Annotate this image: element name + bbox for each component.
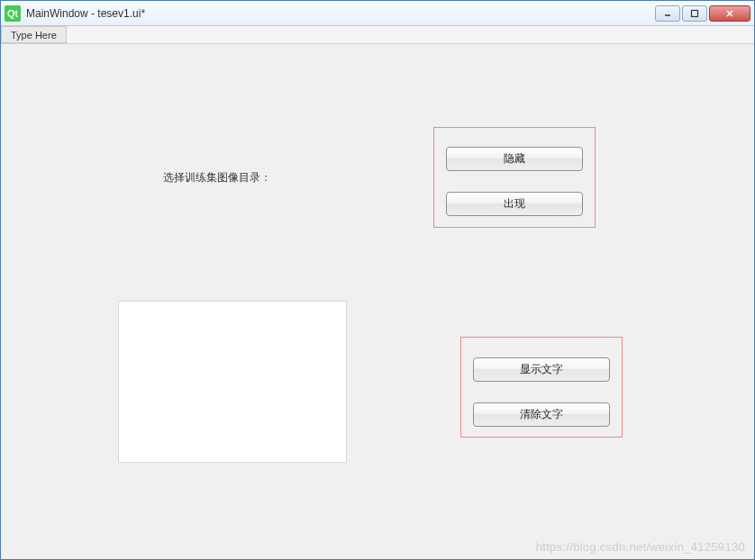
main-window: Qt MainWindow - tesev1.ui* Type Here 选择训… bbox=[0, 0, 755, 560]
menubar: Type Here bbox=[1, 26, 754, 44]
minimize-button[interactable] bbox=[655, 5, 680, 22]
window-controls bbox=[655, 5, 750, 22]
close-button[interactable] bbox=[709, 5, 750, 22]
hide-button[interactable]: 隐藏 bbox=[446, 147, 583, 171]
text-display-panel[interactable] bbox=[118, 301, 347, 463]
svg-rect-1 bbox=[692, 10, 698, 16]
select-directory-label: 选择训练集图像目录： bbox=[163, 170, 271, 185]
show-text-button[interactable]: 显示文字 bbox=[473, 357, 610, 382]
clear-text-button[interactable]: 清除文字 bbox=[473, 402, 610, 427]
window-title: MainWindow - tesev1.ui* bbox=[26, 7, 650, 20]
designer-canvas[interactable]: 选择训练集图像目录： 隐藏 出现 显示文字 清除文字 https://blog.… bbox=[1, 44, 754, 559]
titlebar[interactable]: Qt MainWindow - tesev1.ui* bbox=[1, 1, 754, 26]
maximize-button[interactable] bbox=[682, 5, 707, 22]
appear-button[interactable]: 出现 bbox=[446, 192, 583, 216]
watermark-text: https://blog.csdn.net/weixin_41259130 bbox=[536, 540, 745, 554]
menu-type-here[interactable]: Type Here bbox=[1, 26, 67, 43]
qt-icon: Qt bbox=[5, 5, 21, 22]
